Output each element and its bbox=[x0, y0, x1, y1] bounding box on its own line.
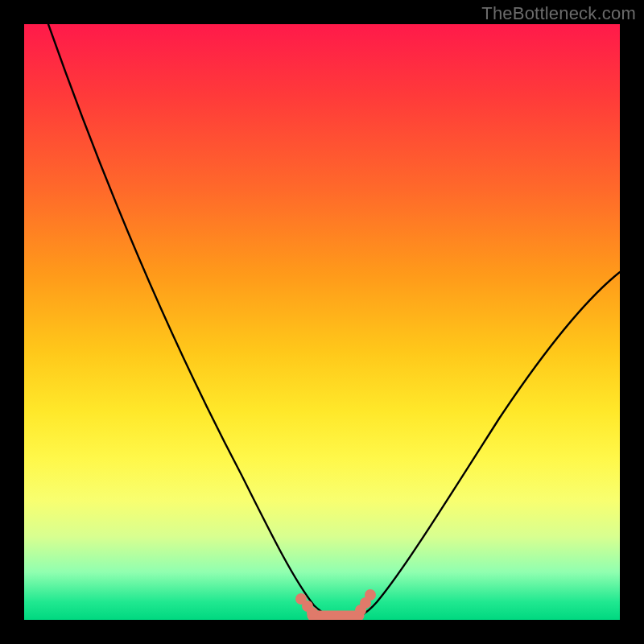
plot-area bbox=[24, 24, 620, 620]
marker-dot bbox=[307, 607, 318, 618]
curve-svg bbox=[24, 24, 620, 620]
marker-dot bbox=[365, 589, 376, 601]
bottleneck-curve bbox=[48, 24, 620, 618]
watermark-text: TheBottleneck.com bbox=[481, 3, 636, 24]
chart-stage: TheBottleneck.com bbox=[0, 0, 644, 644]
